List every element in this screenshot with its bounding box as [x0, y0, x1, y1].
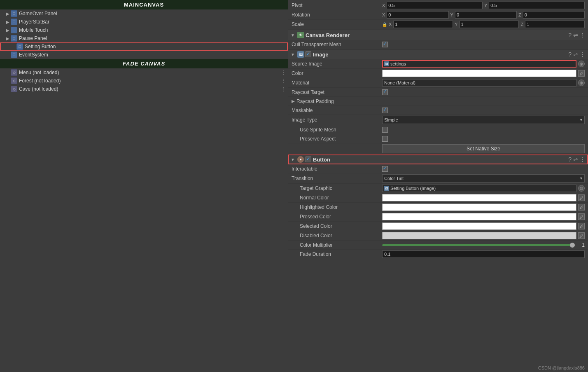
set-native-size-value: Set Native Size	[382, 144, 585, 153]
target-graphic-pick-btn[interactable]: ◎	[578, 185, 585, 192]
disabled-color-pick[interactable]: 🖊	[578, 232, 585, 239]
source-image-value: 🖼 settings ◎	[382, 60, 585, 68]
image-menu-icon[interactable]: ⋮	[580, 51, 586, 58]
image-color-value: 🖊	[382, 70, 585, 77]
canvas-renderer-settings-icon[interactable]: ⇌	[573, 32, 578, 38]
image-help-icon[interactable]: ?	[568, 51, 572, 58]
image-toolbar: ? ⇌ ⋮	[568, 51, 586, 58]
rotation-x-input[interactable]	[387, 11, 448, 19]
transition-select[interactable]: None Color Tint Sprite Swap Animation	[382, 174, 585, 182]
maskable-checkbox[interactable]	[382, 108, 388, 113]
normal-color-swatch[interactable]	[382, 194, 576, 201]
canvas-renderer-help-icon[interactable]: ?	[568, 32, 572, 38]
pivot-x-input[interactable]	[387, 2, 483, 9]
material-value: None (Material) ◎	[382, 79, 585, 87]
disabled-color-swatch[interactable]	[382, 232, 576, 239]
canvas-renderer-menu-icon[interactable]: ⋮	[580, 32, 586, 38]
button-collapse[interactable]: ▼	[291, 157, 296, 162]
highlighted-color-pick[interactable]: 🖊	[578, 204, 585, 211]
dots-forest[interactable]: ⋮	[281, 78, 286, 84]
tree-item-forest[interactable]: ◇ Forest (not loaded) ⋮	[0, 77, 288, 85]
preserve-aspect-checkbox[interactable]	[382, 136, 388, 142]
maskable-value	[382, 108, 585, 113]
image-color-row: Color 🖊	[288, 69, 588, 78]
selected-color-pick[interactable]: 🖊	[578, 223, 585, 229]
tree-item-pausepanel[interactable]: ▶ □ Pause Panel	[0, 34, 288, 42]
scale-z-input[interactable]	[525, 21, 585, 28]
scale-value: 🔒 X Y Z	[382, 21, 585, 28]
use-sprite-mesh-checkbox[interactable]	[382, 127, 388, 133]
scale-y-input[interactable]	[460, 21, 519, 28]
image-collapse[interactable]: ▼	[291, 52, 296, 57]
image-comp-name: Image	[313, 51, 567, 58]
scale-x-input[interactable]	[393, 21, 453, 28]
maskable-row: Maskable	[288, 106, 588, 115]
tree-item-gameover[interactable]: ▶ □ GameOver Panel	[0, 9, 288, 18]
image-type-select[interactable]: Simple Sliced Tiled Filled	[382, 116, 585, 124]
source-image-pick-btn[interactable]: ◎	[578, 61, 585, 67]
rotation-z-input[interactable]	[523, 11, 585, 19]
selected-color-swatch[interactable]	[382, 222, 576, 230]
disabled-color-value: 🖊	[382, 232, 585, 239]
set-native-size-button[interactable]: Set Native Size	[382, 144, 585, 153]
dots-cave[interactable]: ⋮	[281, 86, 286, 92]
pressed-color-swatch[interactable]	[382, 213, 576, 220]
material-text: None (Material)	[384, 80, 415, 85]
interactable-row: Interactable	[288, 164, 588, 173]
pivot-y-input[interactable]	[489, 2, 585, 9]
pressed-color-row: Pressed Color 🖊	[288, 212, 588, 222]
rect-transform-props: Pivot X Y Rotation X Y Z Scale	[288, 0, 588, 30]
tree-item-menu[interactable]: ◇ Menu (not loaded) ⋮	[0, 68, 288, 77]
set-native-size-row: Set Native Size	[288, 143, 588, 154]
fade-duration-value	[382, 250, 585, 258]
source-image-field[interactable]: 🖼 settings	[382, 60, 576, 68]
dots-menu[interactable]: ⋮	[281, 70, 286, 75]
raycast-padding-row[interactable]: ▶ Raycast Padding	[288, 97, 588, 106]
target-graphic-obj-icon: 🖼	[384, 186, 389, 191]
color-multiplier-value: 1	[382, 242, 585, 248]
image-settings-icon[interactable]: ⇌	[573, 51, 578, 58]
scale-y-label: Y	[455, 22, 457, 27]
cull-transparent-row: Cull Transparent Mesh	[288, 40, 588, 49]
color-multiplier-fill	[382, 244, 572, 246]
tree-item-playerstatbar[interactable]: ▶ □ PlayerStatBar	[0, 18, 288, 26]
fade-duration-input[interactable]	[382, 250, 585, 258]
color-multiplier-display: 1	[575, 242, 585, 248]
tree-item-cave[interactable]: ◇ Cave (not loaded) ⋮	[0, 85, 288, 93]
normal-color-pick[interactable]: 🖊	[578, 194, 585, 201]
label-pausepanel: Pause Panel	[19, 35, 286, 41]
material-pick-btn[interactable]: ◎	[578, 80, 585, 86]
fadecanvas-header: FADE CANVAS	[0, 59, 288, 68]
image-color-pick[interactable]: 🖊	[578, 70, 585, 77]
tree-item-mobiletouch[interactable]: ▶ □ Mobile Touch	[0, 26, 288, 34]
button-enable-checkbox[interactable]	[306, 157, 311, 162]
tree-item-eventsystem[interactable]: □ EventSystem	[0, 51, 288, 59]
highlighted-color-swatch[interactable]	[382, 204, 576, 211]
raycast-target-checkbox[interactable]	[382, 89, 388, 95]
canvas-renderer-title-bar: ▼ 👁 Canvas Renderer ? ⇌ ⋮	[288, 30, 588, 40]
image-type-value: Simple Sliced Tiled Filled	[382, 116, 585, 124]
material-field[interactable]: None (Material)	[382, 79, 576, 87]
target-graphic-label: Target Graphic	[292, 185, 382, 191]
button-menu-icon[interactable]: ⋮	[580, 156, 586, 163]
image-enable-checkbox[interactable]	[306, 51, 311, 57]
material-row: Material None (Material) ◎	[288, 78, 588, 88]
interactable-checkbox[interactable]	[382, 166, 388, 172]
image-section: ▼ 🖼 Image ? ⇌ ⋮ Source Image 🖼 settings …	[288, 49, 588, 154]
tree-item-settingbutton[interactable]: □ Setting Button	[0, 42, 288, 51]
color-multiplier-thumb[interactable]	[570, 243, 575, 248]
button-toolbar: ? ⇌ ⋮	[568, 156, 586, 163]
label-playerstatbar: PlayerStatBar	[19, 19, 286, 25]
button-help-icon[interactable]: ?	[568, 156, 572, 163]
image-color-swatch[interactable]	[382, 70, 576, 77]
rotation-y-input[interactable]	[455, 11, 517, 19]
button-title-bar: ▼ ● Button ? ⇌ ⋮	[288, 154, 588, 164]
pivot-y-label: Y	[484, 3, 487, 8]
pressed-color-pick[interactable]: 🖊	[578, 213, 585, 220]
target-graphic-field[interactable]: 🖼 Setting Button (Image)	[382, 185, 576, 192]
cull-transparent-checkbox[interactable]	[382, 42, 388, 47]
canvas-renderer-collapse[interactable]: ▼	[291, 33, 296, 37]
button-settings-icon[interactable]: ⇌	[573, 156, 578, 163]
inspector-panel: Pivot X Y Rotation X Y Z Scale	[288, 0, 588, 372]
target-graphic-row: Target Graphic 🖼 Setting Button (Image) …	[288, 184, 588, 193]
